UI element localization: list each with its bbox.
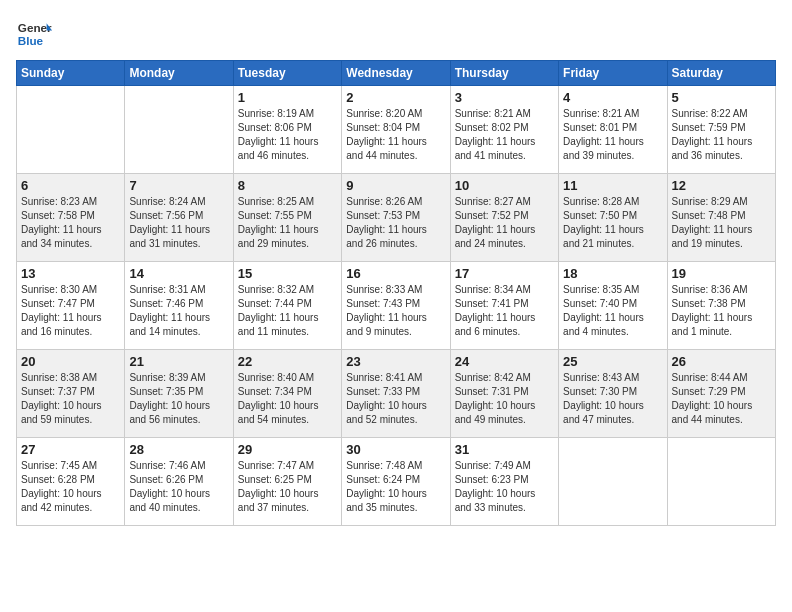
day-info: Sunrise: 8:30 AM Sunset: 7:47 PM Dayligh…	[21, 283, 120, 339]
calendar-cell: 7Sunrise: 8:24 AM Sunset: 7:56 PM Daylig…	[125, 174, 233, 262]
day-number: 27	[21, 442, 120, 457]
day-number: 8	[238, 178, 337, 193]
calendar-cell: 29Sunrise: 7:47 AM Sunset: 6:25 PM Dayli…	[233, 438, 341, 526]
day-info: Sunrise: 8:35 AM Sunset: 7:40 PM Dayligh…	[563, 283, 662, 339]
day-number: 25	[563, 354, 662, 369]
calendar-cell: 17Sunrise: 8:34 AM Sunset: 7:41 PM Dayli…	[450, 262, 558, 350]
day-number: 22	[238, 354, 337, 369]
calendar-cell	[559, 438, 667, 526]
day-number: 11	[563, 178, 662, 193]
calendar-cell: 14Sunrise: 8:31 AM Sunset: 7:46 PM Dayli…	[125, 262, 233, 350]
week-row-1: 1Sunrise: 8:19 AM Sunset: 8:06 PM Daylig…	[17, 86, 776, 174]
calendar-cell: 1Sunrise: 8:19 AM Sunset: 8:06 PM Daylig…	[233, 86, 341, 174]
day-info: Sunrise: 8:36 AM Sunset: 7:38 PM Dayligh…	[672, 283, 771, 339]
calendar-cell: 18Sunrise: 8:35 AM Sunset: 7:40 PM Dayli…	[559, 262, 667, 350]
day-number: 28	[129, 442, 228, 457]
calendar-cell: 30Sunrise: 7:48 AM Sunset: 6:24 PM Dayli…	[342, 438, 450, 526]
day-number: 23	[346, 354, 445, 369]
calendar-cell: 4Sunrise: 8:21 AM Sunset: 8:01 PM Daylig…	[559, 86, 667, 174]
calendar-cell: 27Sunrise: 7:45 AM Sunset: 6:28 PM Dayli…	[17, 438, 125, 526]
day-info: Sunrise: 8:43 AM Sunset: 7:30 PM Dayligh…	[563, 371, 662, 427]
calendar-cell: 8Sunrise: 8:25 AM Sunset: 7:55 PM Daylig…	[233, 174, 341, 262]
day-info: Sunrise: 8:20 AM Sunset: 8:04 PM Dayligh…	[346, 107, 445, 163]
day-info: Sunrise: 8:23 AM Sunset: 7:58 PM Dayligh…	[21, 195, 120, 251]
calendar-cell: 6Sunrise: 8:23 AM Sunset: 7:58 PM Daylig…	[17, 174, 125, 262]
calendar-cell	[125, 86, 233, 174]
day-number: 17	[455, 266, 554, 281]
day-info: Sunrise: 8:44 AM Sunset: 7:29 PM Dayligh…	[672, 371, 771, 427]
weekday-header-row: SundayMondayTuesdayWednesdayThursdayFrid…	[17, 61, 776, 86]
day-number: 1	[238, 90, 337, 105]
day-info: Sunrise: 8:28 AM Sunset: 7:50 PM Dayligh…	[563, 195, 662, 251]
week-row-5: 27Sunrise: 7:45 AM Sunset: 6:28 PM Dayli…	[17, 438, 776, 526]
calendar-cell	[667, 438, 775, 526]
week-row-4: 20Sunrise: 8:38 AM Sunset: 7:37 PM Dayli…	[17, 350, 776, 438]
day-info: Sunrise: 8:33 AM Sunset: 7:43 PM Dayligh…	[346, 283, 445, 339]
day-info: Sunrise: 8:25 AM Sunset: 7:55 PM Dayligh…	[238, 195, 337, 251]
calendar-cell: 19Sunrise: 8:36 AM Sunset: 7:38 PM Dayli…	[667, 262, 775, 350]
day-info: Sunrise: 8:41 AM Sunset: 7:33 PM Dayligh…	[346, 371, 445, 427]
day-info: Sunrise: 8:27 AM Sunset: 7:52 PM Dayligh…	[455, 195, 554, 251]
day-info: Sunrise: 8:29 AM Sunset: 7:48 PM Dayligh…	[672, 195, 771, 251]
day-info: Sunrise: 8:21 AM Sunset: 8:01 PM Dayligh…	[563, 107, 662, 163]
calendar-cell: 25Sunrise: 8:43 AM Sunset: 7:30 PM Dayli…	[559, 350, 667, 438]
day-info: Sunrise: 7:49 AM Sunset: 6:23 PM Dayligh…	[455, 459, 554, 515]
day-number: 31	[455, 442, 554, 457]
day-number: 14	[129, 266, 228, 281]
day-number: 7	[129, 178, 228, 193]
day-info: Sunrise: 8:31 AM Sunset: 7:46 PM Dayligh…	[129, 283, 228, 339]
weekday-header-sunday: Sunday	[17, 61, 125, 86]
day-number: 16	[346, 266, 445, 281]
logo-icon: General Blue	[16, 16, 52, 52]
day-info: Sunrise: 8:21 AM Sunset: 8:02 PM Dayligh…	[455, 107, 554, 163]
day-info: Sunrise: 8:22 AM Sunset: 7:59 PM Dayligh…	[672, 107, 771, 163]
day-info: Sunrise: 7:47 AM Sunset: 6:25 PM Dayligh…	[238, 459, 337, 515]
day-number: 6	[21, 178, 120, 193]
calendar-cell: 22Sunrise: 8:40 AM Sunset: 7:34 PM Dayli…	[233, 350, 341, 438]
calendar-cell: 26Sunrise: 8:44 AM Sunset: 7:29 PM Dayli…	[667, 350, 775, 438]
weekday-header-tuesday: Tuesday	[233, 61, 341, 86]
calendar-cell: 20Sunrise: 8:38 AM Sunset: 7:37 PM Dayli…	[17, 350, 125, 438]
day-number: 9	[346, 178, 445, 193]
day-number: 2	[346, 90, 445, 105]
calendar-cell: 16Sunrise: 8:33 AM Sunset: 7:43 PM Dayli…	[342, 262, 450, 350]
week-row-3: 13Sunrise: 8:30 AM Sunset: 7:47 PM Dayli…	[17, 262, 776, 350]
calendar-cell: 13Sunrise: 8:30 AM Sunset: 7:47 PM Dayli…	[17, 262, 125, 350]
calendar-cell: 5Sunrise: 8:22 AM Sunset: 7:59 PM Daylig…	[667, 86, 775, 174]
weekday-header-saturday: Saturday	[667, 61, 775, 86]
week-row-2: 6Sunrise: 8:23 AM Sunset: 7:58 PM Daylig…	[17, 174, 776, 262]
day-info: Sunrise: 7:45 AM Sunset: 6:28 PM Dayligh…	[21, 459, 120, 515]
day-number: 20	[21, 354, 120, 369]
day-info: Sunrise: 7:48 AM Sunset: 6:24 PM Dayligh…	[346, 459, 445, 515]
day-number: 29	[238, 442, 337, 457]
calendar-table: SundayMondayTuesdayWednesdayThursdayFrid…	[16, 60, 776, 526]
calendar-cell: 9Sunrise: 8:26 AM Sunset: 7:53 PM Daylig…	[342, 174, 450, 262]
page-header: General Blue	[16, 16, 776, 52]
day-info: Sunrise: 8:32 AM Sunset: 7:44 PM Dayligh…	[238, 283, 337, 339]
day-info: Sunrise: 8:42 AM Sunset: 7:31 PM Dayligh…	[455, 371, 554, 427]
calendar-cell: 15Sunrise: 8:32 AM Sunset: 7:44 PM Dayli…	[233, 262, 341, 350]
calendar-cell: 24Sunrise: 8:42 AM Sunset: 7:31 PM Dayli…	[450, 350, 558, 438]
calendar-cell: 2Sunrise: 8:20 AM Sunset: 8:04 PM Daylig…	[342, 86, 450, 174]
day-number: 18	[563, 266, 662, 281]
day-number: 26	[672, 354, 771, 369]
calendar-cell: 10Sunrise: 8:27 AM Sunset: 7:52 PM Dayli…	[450, 174, 558, 262]
day-number: 21	[129, 354, 228, 369]
calendar-cell: 21Sunrise: 8:39 AM Sunset: 7:35 PM Dayli…	[125, 350, 233, 438]
day-info: Sunrise: 8:24 AM Sunset: 7:56 PM Dayligh…	[129, 195, 228, 251]
day-info: Sunrise: 8:39 AM Sunset: 7:35 PM Dayligh…	[129, 371, 228, 427]
day-number: 5	[672, 90, 771, 105]
day-info: Sunrise: 8:40 AM Sunset: 7:34 PM Dayligh…	[238, 371, 337, 427]
day-number: 24	[455, 354, 554, 369]
calendar-cell: 3Sunrise: 8:21 AM Sunset: 8:02 PM Daylig…	[450, 86, 558, 174]
weekday-header-monday: Monday	[125, 61, 233, 86]
day-info: Sunrise: 8:19 AM Sunset: 8:06 PM Dayligh…	[238, 107, 337, 163]
logo: General Blue	[16, 16, 52, 52]
day-number: 15	[238, 266, 337, 281]
day-info: Sunrise: 8:26 AM Sunset: 7:53 PM Dayligh…	[346, 195, 445, 251]
day-number: 10	[455, 178, 554, 193]
day-number: 30	[346, 442, 445, 457]
calendar-cell: 11Sunrise: 8:28 AM Sunset: 7:50 PM Dayli…	[559, 174, 667, 262]
day-info: Sunrise: 8:38 AM Sunset: 7:37 PM Dayligh…	[21, 371, 120, 427]
day-info: Sunrise: 7:46 AM Sunset: 6:26 PM Dayligh…	[129, 459, 228, 515]
